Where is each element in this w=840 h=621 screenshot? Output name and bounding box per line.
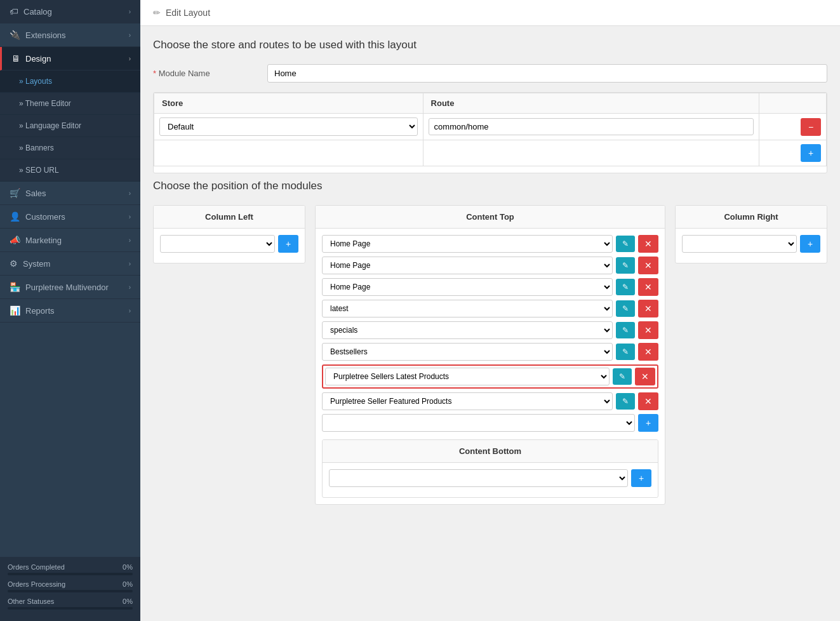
sidebar-stats: Orders Completed 0% Orders Processing 0%… [0, 557, 140, 621]
add-content-bottom-button[interactable]: + [631, 469, 651, 487]
edit-icon: ✎ [622, 261, 629, 270]
edit-module-0-button[interactable]: ✎ [616, 236, 635, 252]
store-select[interactable]: Default [159, 117, 418, 136]
stat-label-orders-completed: Orders Completed [8, 563, 65, 571]
sidebar-item-banners[interactable]: » Banners [0, 137, 140, 159]
content-top-select-2[interactable]: Home Page [322, 278, 613, 296]
chevron-right-icon: › [129, 8, 131, 15]
delete-module-5-button[interactable]: ✕ [638, 343, 658, 361]
delete-icon: ✕ [644, 282, 652, 292]
add-content-top-button[interactable]: + [638, 414, 658, 432]
sidebar-item-design[interactable]: 🖥 Design › [0, 47, 140, 70]
sidebar-label-banners: » Banners [19, 144, 54, 152]
page-title: Edit Layout [166, 8, 210, 18]
chevron-right-icon: › [129, 284, 131, 291]
delete-module-1-button[interactable]: ✕ [638, 257, 658, 274]
sidebar-label-system: System [23, 259, 50, 269]
delete-module-6-button[interactable]: ✕ [635, 368, 655, 385]
page-header: ✏ Edit Layout [140, 0, 840, 26]
add-route-button[interactable]: + [801, 144, 821, 162]
edit-icon: ✎ [622, 326, 629, 335]
delete-route-button[interactable]: − [801, 118, 821, 136]
module-row-bottom: + [329, 469, 651, 487]
module-name-group: * Module Name [153, 64, 827, 83]
sidebar-item-theme-editor[interactable]: » Theme Editor [0, 93, 140, 115]
chevron-right-icon: › [129, 307, 131, 314]
module-row-5: Bestsellers ✎ ✕ [322, 343, 658, 361]
sidebar-item-purpletree[interactable]: 🏪 Purpletree Multivendor › [0, 276, 140, 299]
plus-icon: + [808, 239, 813, 249]
edit-module-2-button[interactable]: ✎ [616, 279, 635, 295]
table-row: Default − [154, 114, 827, 140]
sidebar-label-catalog: Catalog [23, 7, 52, 17]
catalog-icon: 🏷 [10, 6, 18, 17]
delete-icon: ✕ [644, 396, 652, 406]
main-content: ✏ Edit Layout Choose the store and route… [140, 0, 840, 621]
content-top-select-7[interactable]: Purpletree Seller Featured Products [322, 392, 613, 410]
route-table: Store Route Default [154, 93, 827, 166]
chevron-right-icon: › [129, 260, 131, 267]
delete-module-2-button[interactable]: ✕ [638, 278, 658, 296]
content-top-select-5[interactable]: Bestsellers [322, 343, 613, 361]
route-col-header: Route [423, 93, 759, 114]
delete-module-7-button[interactable]: ✕ [638, 392, 658, 410]
chevron-right-icon: › [129, 32, 131, 39]
edit-module-3-button[interactable]: ✎ [616, 300, 635, 317]
content-top-select-4[interactable]: specials [322, 321, 613, 339]
add-column-left-button[interactable]: + [278, 235, 298, 253]
column-left-select[interactable] [160, 235, 275, 253]
sidebar-item-system[interactable]: ⚙ System › [0, 252, 140, 276]
sidebar-item-customers[interactable]: 👤 Customers › [0, 205, 140, 229]
column-left: Column Left + [153, 205, 305, 264]
sidebar-item-seo-url[interactable]: » SEO URL [0, 159, 140, 182]
stat-value-orders-processing: 0% [123, 580, 133, 588]
sidebar-item-extensions[interactable]: 🔌 Extensions › [0, 23, 140, 47]
content-bottom-select-0[interactable] [329, 469, 628, 487]
sidebar-item-catalog[interactable]: 🏷 Catalog › [0, 0, 140, 23]
add-column-right-button[interactable]: + [800, 235, 820, 253]
edit-module-4-button[interactable]: ✎ [616, 322, 635, 338]
chevron-right-icon: › [129, 237, 131, 244]
content-top-select-6[interactable]: Purpletree Sellers Latest Products [325, 368, 610, 385]
sidebar-label-reports: Reports [25, 306, 55, 316]
action-col-header [759, 93, 827, 114]
content-top-select-0[interactable]: Home Page [322, 235, 613, 253]
content-bottom-body: + [323, 463, 658, 497]
column-right-select[interactable] [682, 235, 797, 253]
sidebar-item-marketing[interactable]: 📣 Marketing › [0, 229, 140, 252]
module-row-3: latest ✎ ✕ [322, 300, 658, 317]
module-name-input[interactable] [267, 64, 827, 83]
content-top-select-3[interactable]: latest [322, 300, 613, 317]
delete-icon: ✕ [644, 304, 652, 314]
edit-module-7-button[interactable]: ✎ [616, 393, 635, 410]
edit-module-1-button[interactable]: ✎ [616, 257, 635, 274]
plus-icon: + [639, 473, 644, 483]
sidebar-item-sales[interactable]: 🛒 Sales › [0, 182, 140, 205]
delete-module-3-button[interactable]: ✕ [638, 300, 658, 317]
module-row-4: specials ✎ ✕ [322, 321, 658, 339]
stat-bar-other-statuses [8, 607, 133, 610]
sidebar-label-seo-url: » SEO URL [19, 166, 59, 175]
sidebar-label-extensions: Extensions [25, 30, 66, 40]
table-row-add: + [154, 140, 827, 166]
edit-icon: ✎ [622, 304, 629, 313]
sidebar-label-theme-editor: » Theme Editor [19, 99, 71, 108]
sidebar-item-layouts[interactable]: » Layouts [0, 70, 140, 93]
edit-icon: ✎ [622, 239, 629, 248]
edit-module-6-button[interactable]: ✎ [613, 368, 632, 385]
route-input[interactable] [429, 118, 754, 135]
delete-module-4-button[interactable]: ✕ [638, 321, 658, 339]
edit-icon: ✎ [622, 283, 629, 291]
sidebar-item-language-editor[interactable]: » Language Editor [0, 115, 140, 137]
content-area: Choose the store and routes to be used w… [140, 26, 840, 518]
content-top-select-8[interactable] [322, 414, 635, 432]
extensions-icon: 🔌 [10, 30, 20, 40]
stat-label-orders-processing: Orders Processing [8, 580, 65, 588]
delete-module-0-button[interactable]: ✕ [638, 235, 658, 253]
pencil-icon: ✏ [153, 8, 161, 18]
section2-title: Choose the position of the modules [153, 180, 827, 192]
sidebar-item-reports[interactable]: 📊 Reports › [0, 299, 140, 323]
content-top-select-1[interactable]: Home Page [322, 257, 613, 274]
edit-module-5-button[interactable]: ✎ [616, 344, 635, 360]
section-store-routes: Choose the store and routes to be used w… [153, 39, 827, 173]
